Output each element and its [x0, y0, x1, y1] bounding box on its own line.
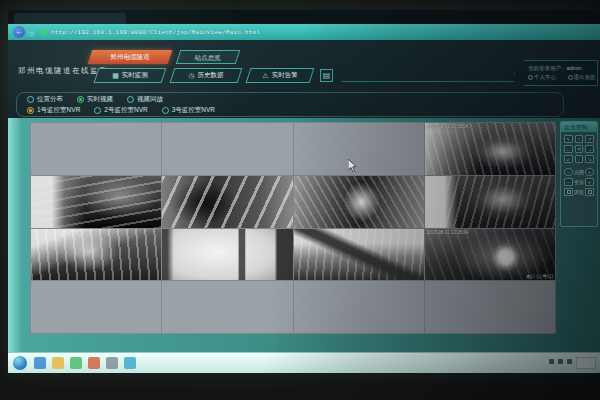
camera-cell[interactable]: [31, 176, 161, 228]
ptz-minus-button[interactable]: [564, 188, 573, 196]
radio-icon: [127, 96, 134, 103]
ptz-arrow-button[interactable]: ↓: [575, 155, 584, 163]
user-panel: 当前登录用户：admin 个人中心 退出系统: [514, 60, 598, 86]
start-button[interactable]: [13, 356, 27, 370]
ptz-control-rows: −光圈+−变倍+调焦: [561, 168, 597, 196]
ptz-arrow-button[interactable]: ↘: [585, 155, 594, 163]
camera-cell[interactable]: [162, 281, 292, 333]
camera-cell[interactable]: 2016-08-11 13:35:04南口 (二号口): [425, 229, 555, 281]
user-links-row: 个人中心 退出系统: [528, 73, 595, 82]
camera-cell[interactable]: [162, 123, 292, 175]
radio-icon: [27, 96, 34, 103]
radio-icon: [162, 107, 169, 114]
ptz-arrow-button[interactable]: ↗: [585, 135, 594, 143]
radio-icon: [94, 107, 101, 114]
url-field[interactable]: http://192.168.1.199:8080/Client/jsp/Mai…: [51, 29, 260, 36]
toolbar-button[interactable]: ◷历史数据: [170, 68, 243, 83]
ptz-direction-pad: ↖↑↗←⟲→↙↓↘: [561, 132, 597, 166]
camera-feed: [31, 176, 161, 228]
logout-link[interactable]: 退出系统: [568, 74, 600, 80]
ptz-control-row: −变倍+: [561, 178, 597, 186]
ptz-arrow-button[interactable]: ↙: [564, 155, 573, 163]
camera-feed: [425, 176, 555, 228]
camera-feed: [425, 123, 555, 175]
nvr-source-radios: 1号监控室NVR2号监控室NVR3号监控室NVR: [27, 105, 229, 116]
ptz-minus-button[interactable]: −: [564, 178, 573, 186]
camera-cell[interactable]: [294, 176, 424, 228]
camera-cell[interactable]: [31, 281, 161, 333]
radio-option[interactable]: 视频回放: [127, 95, 163, 104]
focus-frame-icon: [567, 190, 571, 194]
ie-browser-icon[interactable]: [34, 357, 46, 369]
camera-cell[interactable]: [425, 281, 555, 333]
green-app-icon[interactable]: [70, 357, 82, 369]
gray-app-icon[interactable]: [106, 357, 118, 369]
camera-cell[interactable]: [31, 123, 161, 175]
profile-link[interactable]: 个人中心: [528, 74, 561, 80]
tab-active[interactable]: 郑州电缆隧道: [88, 50, 173, 64]
report-icon[interactable]: ▤: [320, 69, 333, 82]
toolbar-button-label: 实时监测: [122, 71, 148, 80]
ptz-arrow-button[interactable]: ↖: [564, 135, 573, 143]
browser-tab[interactable]: [14, 13, 126, 24]
camera-cell[interactable]: [294, 229, 424, 281]
camera-cell[interactable]: [31, 229, 161, 281]
ptz-arrow-button[interactable]: ⟲: [575, 145, 584, 153]
media-app-icon[interactable]: [124, 357, 136, 369]
radio-option[interactable]: 2号监控室NVR: [94, 106, 147, 115]
network-icon[interactable]: [549, 359, 554, 364]
clock-area[interactable]: [576, 357, 596, 369]
camera-feed: [31, 229, 161, 281]
folder-icon[interactable]: [52, 357, 64, 369]
camera-cell[interactable]: 2016-08-11 13:35:04: [425, 123, 555, 175]
focus-frame-icon: [588, 190, 592, 194]
tab-label: 郑州电缆隧道: [90, 50, 170, 64]
view-mode-radios: 位置分布实时视频视频回放: [27, 94, 177, 105]
tab-idle[interactable]: 站点总览: [176, 50, 241, 64]
camera-feed: [162, 229, 292, 281]
ptz-control-row: −光圈+: [561, 168, 597, 176]
ptz-plus-button[interactable]: +: [585, 178, 594, 186]
osd-timestamp: 2016-08-11 13:35:04: [427, 230, 468, 235]
toolbar-button-content: ◷历史数据: [173, 69, 239, 82]
camera-cell[interactable]: [162, 229, 292, 281]
history-icon: ◷: [188, 72, 194, 80]
ptz-row-label: 变倍: [574, 179, 584, 185]
radio-icon: [77, 96, 84, 103]
radio-option[interactable]: 1号监控室NVR: [27, 106, 80, 115]
forward-button[interactable]: →: [27, 28, 36, 37]
camera-cell[interactable]: [294, 281, 424, 333]
radio-option[interactable]: 实时视频: [77, 95, 113, 104]
monitor-photo: ← → http://192.168.1.199:8080/Client/jsp…: [0, 0, 600, 400]
ptz-minus-button[interactable]: −: [564, 168, 573, 176]
ptz-arrow-button[interactable]: ↑: [575, 135, 584, 143]
osd-timestamp: 2016-08-11 13:35:04: [427, 124, 468, 129]
osd-camera-label: 南口 (二号口): [526, 274, 553, 279]
toolbar-button[interactable]: ⚠实时告警: [246, 68, 315, 83]
ptz-arrow-button[interactable]: →: [585, 145, 594, 153]
radio-label: 位置分布: [37, 95, 63, 104]
radio-icon: [27, 107, 34, 114]
volume-icon[interactable]: [558, 359, 563, 364]
header-divider: [342, 81, 514, 82]
ptz-plus-button[interactable]: [585, 188, 594, 196]
radio-option[interactable]: 位置分布: [27, 95, 63, 104]
ptz-arrow-button[interactable]: ←: [564, 145, 573, 153]
ptz-plus-button[interactable]: +: [585, 168, 594, 176]
os-taskbar: [8, 352, 600, 373]
camera-cell[interactable]: [294, 123, 424, 175]
site-favicon-icon: [41, 29, 47, 35]
camera-cell[interactable]: [162, 176, 292, 228]
toolbar-button[interactable]: ▦实时监测: [94, 68, 167, 83]
mouse-cursor: [348, 158, 357, 176]
radio-option[interactable]: 3号监控室NVR: [162, 106, 215, 115]
radio-label: 1号监控室NVR: [37, 106, 80, 115]
back-button[interactable]: ←: [13, 26, 25, 38]
notification-icon[interactable]: [567, 359, 572, 364]
orange-app-icon[interactable]: [88, 357, 100, 369]
toolbar-button-content: ⚠实时告警: [249, 69, 311, 82]
app-window: 郑州电缆隧道在线监测 郑州电缆隧道站点总览 ▦实时监测◷历史数据⚠实时告警 ▤ …: [8, 40, 600, 352]
camera-cell[interactable]: [425, 176, 555, 228]
toolbar-button-content: ▦实时监测: [97, 69, 163, 82]
camera-feed: [294, 176, 424, 228]
